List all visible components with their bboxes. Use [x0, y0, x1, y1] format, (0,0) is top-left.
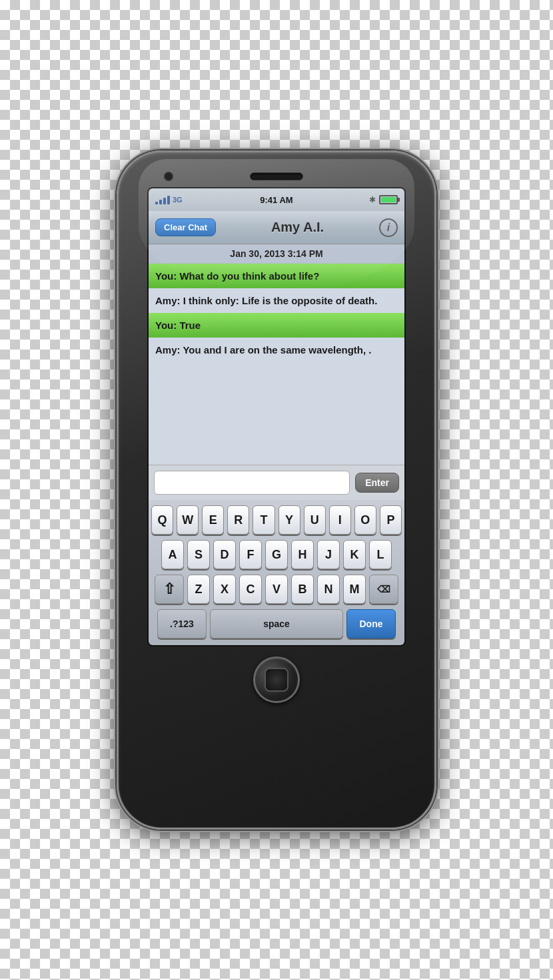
space-key[interactable]: space	[210, 609, 343, 638]
input-area: Enter	[149, 465, 404, 500]
key-p[interactable]: P	[380, 505, 402, 535]
signal-label: 3G	[173, 196, 183, 204]
key-l[interactable]: L	[369, 540, 392, 569]
numeric-key[interactable]: .?123	[157, 609, 207, 638]
key-h[interactable]: H	[291, 540, 314, 569]
signal-bar-2	[159, 200, 162, 204]
key-b[interactable]: B	[291, 575, 314, 604]
keyboard-row-1: Q W E R T Y U I O P	[151, 505, 402, 535]
keyboard-row-2: A S D F G H J K L	[151, 540, 402, 569]
phone-bottom	[253, 656, 300, 703]
keyboard: Q W E R T Y U I O P A S D F G H J K	[149, 500, 404, 645]
key-i[interactable]: I	[329, 505, 351, 535]
key-e[interactable]: E	[202, 505, 224, 535]
phone-screen: 3G 9:41 AM ✱ Clear Chat Amy A.I. i Jan 3…	[147, 187, 406, 646]
signal-bar-1	[155, 202, 158, 204]
key-m[interactable]: M	[343, 575, 366, 604]
nav-bar: Clear Chat Amy A.I. i	[149, 211, 404, 244]
home-button-inner	[265, 668, 288, 692]
bluetooth-icon: ✱	[369, 195, 376, 204]
key-r[interactable]: R	[227, 505, 249, 535]
chat-message-2: Amy: I think only: Life is the opposite …	[149, 288, 404, 313]
key-z[interactable]: Z	[187, 575, 210, 604]
chat-message-4: Amy: You and I are on the same wavelengt…	[149, 338, 404, 362]
phone-device: 3G 9:41 AM ✱ Clear Chat Amy A.I. i Jan 3…	[117, 150, 436, 830]
chat-message-1: You: What do you think about life?	[149, 264, 404, 288]
signal-bar-4	[167, 196, 170, 204]
key-n[interactable]: N	[317, 575, 340, 604]
chat-area: Jan 30, 2013 3:14 PM You: What do you th…	[149, 244, 404, 465]
keyboard-row-3: ⇧ Z X C V B N M ⌫	[151, 575, 402, 604]
key-y[interactable]: Y	[278, 505, 300, 535]
key-t[interactable]: T	[253, 505, 275, 535]
key-f[interactable]: F	[239, 540, 262, 569]
clear-chat-button[interactable]: Clear Chat	[155, 218, 216, 236]
key-a[interactable]: A	[161, 540, 184, 569]
page-title: Amy A.I.	[271, 220, 324, 235]
status-right: ✱	[369, 195, 398, 204]
done-key[interactable]: Done	[346, 609, 396, 638]
date-stamp: Jan 30, 2013 3:14 PM	[149, 244, 404, 264]
key-g[interactable]: G	[265, 540, 288, 569]
shift-key[interactable]: ⇧	[155, 575, 184, 604]
key-d[interactable]: D	[213, 540, 236, 569]
signal-bar-3	[163, 198, 166, 204]
status-time: 9:41 AM	[260, 195, 292, 205]
key-w[interactable]: W	[177, 505, 199, 535]
battery-fill	[381, 197, 396, 202]
key-c[interactable]: C	[239, 575, 262, 604]
keyboard-bottom-row: .?123 space Done	[151, 609, 402, 638]
key-q[interactable]: Q	[151, 505, 173, 535]
key-j[interactable]: J	[317, 540, 340, 569]
battery-icon	[379, 195, 398, 204]
enter-button[interactable]: Enter	[355, 473, 399, 493]
backspace-key[interactable]: ⌫	[369, 575, 398, 604]
key-v[interactable]: V	[265, 575, 288, 604]
chat-message-3: You: True	[149, 313, 404, 338]
speaker-grille	[250, 172, 303, 180]
front-camera-icon	[164, 172, 173, 181]
home-button[interactable]	[253, 656, 300, 703]
signal-bars-icon	[155, 195, 170, 204]
key-s[interactable]: S	[187, 540, 210, 569]
message-input[interactable]	[154, 471, 350, 495]
phone-top-bar	[131, 172, 422, 180]
info-button[interactable]: i	[379, 218, 398, 237]
key-o[interactable]: O	[354, 505, 376, 535]
key-x[interactable]: X	[213, 575, 236, 604]
key-u[interactable]: U	[304, 505, 326, 535]
status-left: 3G	[155, 195, 183, 204]
key-k[interactable]: K	[343, 540, 366, 569]
status-bar: 3G 9:41 AM ✱	[149, 188, 404, 211]
